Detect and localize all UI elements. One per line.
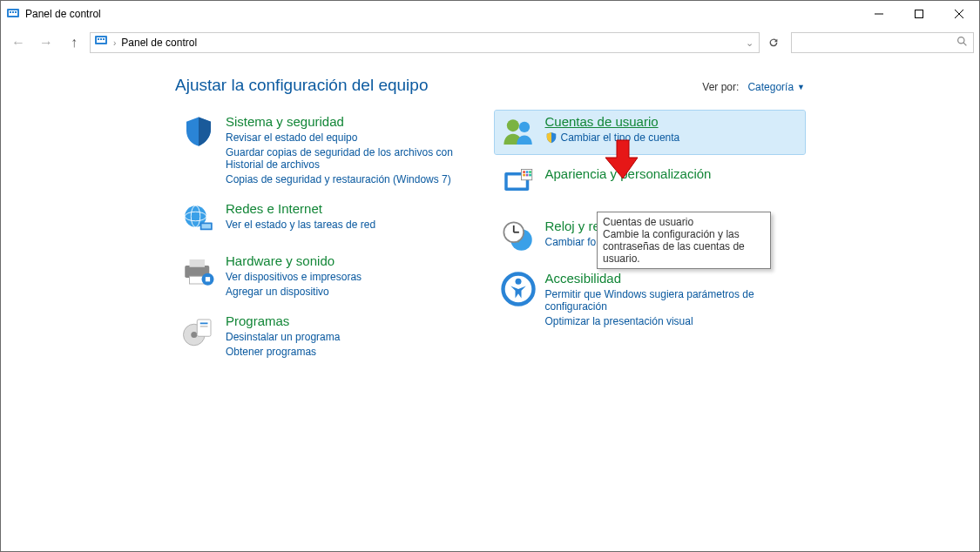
- globe-network-icon: [180, 201, 217, 238]
- svg-point-27: [191, 332, 197, 338]
- category-title[interactable]: Cuentas de usuario: [545, 114, 680, 129]
- close-button[interactable]: [939, 1, 979, 27]
- category-system-security[interactable]: Sistema y seguridad Revisar el estado de…: [175, 111, 486, 189]
- category-link[interactable]: Guardar copias de seguridad de los archi…: [226, 146, 481, 171]
- tooltip-body: Cambie la configuración y las contraseña…: [603, 228, 765, 265]
- back-button[interactable]: ←: [6, 30, 30, 55]
- tooltip-title: Cuentas de usuario: [603, 216, 765, 228]
- accessibility-icon: [500, 271, 537, 307]
- control-panel-icon: [94, 34, 108, 51]
- svg-rect-2: [10, 11, 11, 13]
- category-appearance[interactable]: Apariencia y personalización: [495, 163, 806, 206]
- up-button[interactable]: ↑: [62, 30, 86, 55]
- content-area: Ajustar la configuración del equipo Ver …: [1, 58, 979, 361]
- address-bar[interactable]: › Panel de control ⌄: [90, 32, 760, 53]
- category-column-left: Sistema y seguridad Revisar el estado de…: [175, 111, 486, 361]
- user-accounts-icon: [500, 114, 537, 151]
- clock-globe-icon: [500, 219, 537, 255]
- category-link[interactable]: Desinstalar un programa: [226, 331, 340, 343]
- svg-point-14: [958, 37, 964, 44]
- forward-button[interactable]: →: [34, 30, 58, 55]
- printer-hardware-icon: [180, 253, 217, 290]
- category-title[interactable]: Hardware y sonido: [226, 253, 362, 268]
- svg-rect-38: [529, 171, 531, 173]
- tooltip: Cuentas de usuario Cambie la configuraci…: [597, 212, 771, 269]
- svg-line-8: [955, 10, 963, 18]
- view-by-value: Categoría: [747, 81, 794, 93]
- chevron-down-icon: ▼: [797, 83, 805, 91]
- category-title[interactable]: Redes e Internet: [226, 201, 375, 216]
- svg-line-7: [955, 10, 963, 18]
- refresh-button[interactable]: [763, 32, 784, 53]
- category-user-accounts[interactable]: Cuentas de usuario Cambiar el tipo de cu…: [495, 111, 806, 154]
- category-title[interactable]: Apariencia y personalización: [545, 166, 712, 181]
- programs-disc-icon: [180, 313, 217, 350]
- page-heading: Ajustar la configuración del equipo: [175, 76, 702, 95]
- svg-line-15: [963, 43, 966, 45]
- svg-rect-3: [12, 11, 14, 13]
- svg-rect-12: [100, 38, 102, 40]
- category-link[interactable]: Revisar el estado del equipo: [226, 131, 481, 144]
- svg-point-32: [518, 122, 529, 132]
- svg-rect-29: [200, 323, 208, 325]
- minimize-button[interactable]: [859, 1, 899, 27]
- view-by-label: Ver por:: [702, 81, 739, 93]
- category-title[interactable]: Programas: [226, 313, 340, 328]
- svg-rect-41: [529, 174, 531, 177]
- svg-rect-37: [525, 171, 528, 173]
- chevron-right-icon[interactable]: ›: [112, 38, 118, 48]
- uac-shield-icon: [545, 131, 558, 144]
- search-input[interactable]: [791, 32, 974, 53]
- svg-rect-39: [523, 174, 525, 177]
- title-bar: Panel de control: [1, 1, 979, 27]
- svg-rect-11: [98, 38, 99, 40]
- category-programs[interactable]: Programas Desinstalar un programa Obtene…: [175, 310, 486, 361]
- svg-rect-36: [523, 171, 525, 173]
- category-link[interactable]: Agregar un dispositivo: [226, 286, 362, 298]
- svg-rect-40: [525, 174, 528, 177]
- category-title[interactable]: Accesibilidad: [545, 271, 801, 286]
- svg-rect-13: [103, 38, 105, 40]
- category-link[interactable]: Ver el estado y las tareas de red: [226, 219, 375, 231]
- search-icon: [956, 35, 968, 50]
- category-accessibility[interactable]: Accesibilidad Permitir que Windows sugie…: [495, 267, 806, 331]
- category-title[interactable]: Sistema y seguridad: [226, 114, 481, 129]
- appearance-icon: [500, 166, 537, 203]
- svg-rect-4: [15, 11, 17, 13]
- category-link[interactable]: Permitir que Windows sugiera parámetros …: [545, 288, 801, 313]
- category-link[interactable]: Copias de seguridad y restauración (Wind…: [226, 173, 481, 185]
- view-by-dropdown[interactable]: Categoría ▼: [747, 81, 805, 93]
- category-link[interactable]: Ver dispositivos e impresoras: [226, 271, 362, 283]
- breadcrumb-root[interactable]: Panel de control: [121, 37, 197, 49]
- category-hardware-sound[interactable]: Hardware y sonido Ver dispositivos e imp…: [175, 250, 486, 301]
- svg-point-31: [506, 119, 518, 131]
- svg-rect-22: [190, 259, 206, 267]
- category-network-internet[interactable]: Redes e Internet Ver el estado y las tar…: [175, 198, 486, 241]
- category-link[interactable]: Obtener programas: [226, 346, 340, 358]
- svg-rect-6: [916, 10, 923, 18]
- nav-bar: ← → ↑ › Panel de control ⌄: [1, 27, 979, 58]
- svg-point-47: [515, 279, 521, 285]
- window-title: Panel de control: [25, 8, 859, 20]
- svg-rect-30: [200, 326, 208, 327]
- control-panel-icon: [6, 7, 20, 21]
- maximize-button[interactable]: [899, 1, 939, 27]
- chevron-down-icon[interactable]: ⌄: [744, 37, 755, 49]
- window-buttons: [859, 1, 979, 27]
- category-link[interactable]: Cambiar el tipo de cuenta: [545, 131, 680, 144]
- shield-system-icon: [180, 114, 217, 151]
- category-link[interactable]: Optimizar la presentación visual: [545, 315, 801, 327]
- svg-rect-20: [202, 224, 212, 228]
- svg-rect-25: [206, 277, 210, 281]
- svg-rect-28: [197, 320, 211, 336]
